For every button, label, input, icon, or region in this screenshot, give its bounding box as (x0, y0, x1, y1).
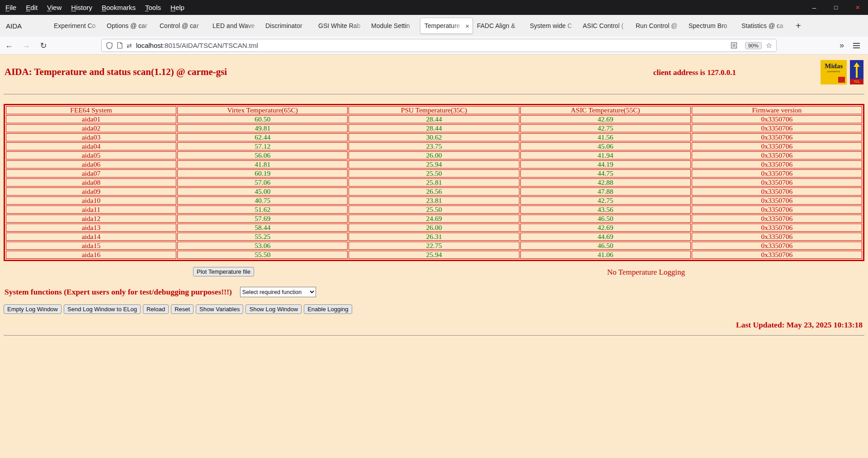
fw-cell: 0x3350706 (692, 133, 862, 141)
psu-cell: 26.56 (349, 187, 519, 196)
menu-history[interactable]: History (67, 4, 96, 11)
name-cell: aida07 (6, 169, 176, 178)
menu-view[interactable]: View (43, 4, 66, 11)
tab-spectrum-bro[interactable]: Spectrum Bro (684, 15, 737, 37)
fw-cell: 0x3350706 (692, 115, 862, 123)
function-select[interactable]: Select required function (240, 287, 316, 297)
fw-cell: 0x3350706 (692, 196, 862, 205)
table-row-aida10: aida1040.7523.8142.750x3350706 (6, 196, 862, 205)
maximize-icon[interactable]: □ (832, 4, 840, 11)
bottom-divider (4, 335, 864, 336)
tab-label: Spectrum Bro (684, 22, 737, 29)
tab-system-wide-c[interactable]: System wide C (526, 15, 579, 37)
plot-temperature-button[interactable]: Plot Temperature file (193, 267, 254, 276)
name-cell: aida04 (6, 142, 176, 150)
overflow-chevron-icon[interactable]: » (840, 41, 844, 50)
table-row-aida06: aida0641.8125.9444.190x3350706 (6, 160, 862, 168)
url-input[interactable]: ⇄ localhost :8015/AIDA/TSCAN/TSCAN.tml 9… (101, 39, 777, 52)
tab-run-control[interactable]: Run Control @ (632, 15, 684, 37)
psu-cell: 26.31 (349, 233, 519, 241)
fw-cell: 0x3350706 (692, 187, 862, 196)
virtex-cell: 60.50 (177, 115, 348, 123)
page-icon[interactable] (117, 42, 123, 49)
virtex-cell: 51.62 (177, 206, 348, 214)
tab-label: GSI White Rab (314, 22, 367, 29)
fw-cell: 0x3350706 (692, 124, 862, 132)
tab-discriminator[interactable]: Discriminator (261, 15, 314, 37)
back-icon[interactable]: ← (1, 41, 17, 50)
tab-control-car[interactable]: Control @ car (156, 15, 208, 37)
virtex-cell: 57.69 (177, 215, 348, 223)
name-cell: aida10 (6, 196, 176, 205)
close-icon[interactable]: × (854, 3, 862, 12)
client-address: client address is 127.0.0.1 (653, 68, 736, 77)
menu-bookmarks[interactable]: Bookmarks (98, 4, 140, 11)
table-row-aida05: aida0556.0626.0041.940x3350706 (6, 151, 862, 159)
menu-bar: FileEditViewHistoryBookmarksToolsHelp – … (0, 0, 868, 15)
tab-label: System wide C (526, 22, 579, 29)
minimize-icon[interactable]: – (810, 4, 818, 11)
table-row-aida13: aida1358.4426.0042.690x3350706 (6, 224, 862, 232)
window-controls: – □ × (810, 3, 862, 12)
permissions-icon[interactable]: ⇄ (127, 42, 132, 49)
midas-logo-accent (838, 77, 845, 83)
tab-temperature[interactable]: Temperature× (420, 18, 473, 34)
tab-asic-control[interactable]: ASIC Control ( (579, 15, 632, 37)
fw-cell: 0x3350706 (692, 169, 862, 178)
zoom-level-badge[interactable]: 90% (745, 42, 762, 49)
empty-log-window-button[interactable]: Empty Log Window (4, 304, 61, 314)
midas-logo: Midas powered by (821, 60, 847, 84)
table-header-row: FEE64 SystemVirtex Temperature(65C)PSU T… (6, 106, 862, 114)
tab-gsi-white-rab[interactable]: GSI White Rab (314, 15, 367, 37)
tab-module-settin[interactable]: Module Settin (367, 15, 420, 37)
divider (4, 94, 864, 95)
virtex-cell: 58.44 (177, 224, 348, 232)
asic-cell: 46.50 (520, 215, 691, 223)
new-tab-button[interactable]: + (790, 21, 807, 30)
tab-statistics-ca[interactable]: Statistics @ ca (737, 15, 790, 37)
asic-cell: 47.88 (520, 187, 691, 196)
column-header-virtex-temperature-65c: Virtex Temperature(65C) (177, 106, 348, 114)
send-log-window-to-elog-button[interactable]: Send Log Window to ELog (64, 304, 141, 314)
menu-help[interactable]: Help (166, 4, 189, 11)
midas-logo-text: Midas (821, 60, 847, 70)
tab-close-icon[interactable]: × (465, 22, 472, 30)
tab-bar: AIDA Experiment CoOptions @ carControl @… (0, 15, 868, 37)
page-content: AIDA: Temperature and status scan(1.12) … (0, 55, 868, 458)
asic-cell: 44.75 (520, 169, 691, 178)
forward-icon[interactable]: → (18, 41, 34, 50)
enable-logging-button[interactable]: Enable Logging (304, 304, 352, 314)
table-row-aida12: aida1257.6924.6946.500x3350706 (6, 215, 862, 223)
table-row-aida03: aida0362.4430.6241.560x3350706 (6, 133, 862, 141)
last-updated-text: Last Updated: May 23, 2025 10:13:18 (0, 320, 868, 330)
menu-file[interactable]: File (1, 4, 20, 11)
virtex-cell: 57.06 (177, 178, 348, 187)
tab-label: Run Control @ (632, 22, 684, 29)
reset-button[interactable]: Reset (171, 304, 193, 314)
tab-label: Experiment Co (50, 22, 103, 29)
tab-label: Options @ car (103, 22, 156, 29)
menu-edit[interactable]: Edit (22, 4, 42, 11)
name-cell: aida05 (6, 151, 176, 159)
show-variables-button[interactable]: Show Variables (196, 304, 243, 314)
midas-logo-subtext: powered by (821, 70, 847, 73)
tab-led-and-wave[interactable]: LED and Wave (208, 15, 261, 37)
page-header: AIDA: Temperature and status scan(1.12) … (0, 55, 868, 94)
bookmark-star-icon[interactable]: ☆ (766, 41, 772, 50)
column-header-firmware-version: Firmware version (692, 106, 862, 114)
tab-options-car[interactable]: Options @ car (103, 15, 156, 37)
name-cell: aida15 (6, 242, 176, 250)
reload-icon[interactable]: ↻ (35, 41, 52, 51)
menu-tools[interactable]: Tools (141, 4, 165, 11)
tab-experiment-co[interactable]: Experiment Co (50, 15, 103, 37)
tab-fadc-align[interactable]: FADC Align & (473, 15, 526, 37)
name-cell: aida03 (6, 133, 176, 141)
shield-icon[interactable] (106, 42, 113, 49)
asic-cell: 42.88 (520, 178, 691, 187)
temperature-table: FEE64 SystemVirtex Temperature(65C)PSU T… (4, 104, 864, 261)
hamburger-menu-icon[interactable] (853, 43, 860, 48)
tab-label: Discriminator (261, 22, 314, 29)
reload-button[interactable]: Reload (143, 304, 169, 314)
reader-view-icon[interactable] (731, 42, 737, 49)
show-log-window-button[interactable]: Show Log Window (245, 304, 302, 314)
